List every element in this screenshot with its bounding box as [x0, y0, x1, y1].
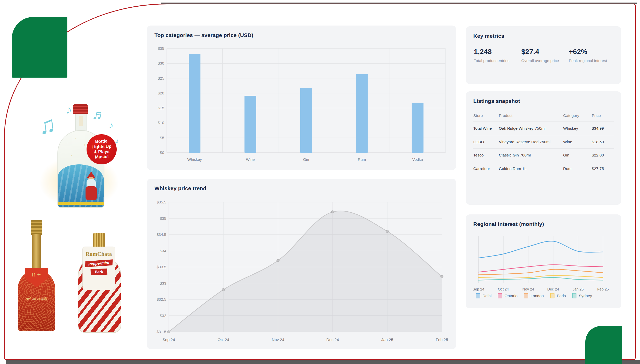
table-cell: $27.75: [591, 162, 614, 175]
x-axis-label: Gin: [303, 157, 309, 162]
bar-whiskey: [189, 54, 200, 153]
scene-band: [58, 202, 104, 205]
metric-label: Overall average price: [521, 58, 560, 64]
data-point: [441, 275, 443, 278]
legend-label: Ontario: [504, 294, 517, 298]
table-header-cell: Product: [498, 111, 563, 122]
table-header-cell: Store: [473, 111, 498, 122]
legend-item: London: [524, 293, 544, 298]
legend-item: Paris: [550, 293, 566, 298]
bottle-cork: [79, 116, 83, 126]
rumchata-flavor: Peppermint: [85, 259, 112, 267]
music-note-icon: ♫: [37, 111, 58, 140]
table-cell: Carrefour: [473, 162, 498, 175]
legend-swatch-icon: [476, 293, 480, 298]
metric-value: +62%: [569, 48, 616, 56]
y-axis-tick: $35: [158, 46, 164, 51]
table-cell: Golden Rum 1L: [498, 162, 563, 175]
x-axis-label: Dec 24: [547, 287, 559, 291]
listings-panel: Listings snapshot StoreProductCategoryPr…: [466, 91, 621, 205]
legend-item: Delhi: [476, 293, 491, 298]
rumchata-flavor2: Bark: [90, 269, 107, 275]
data-point: [277, 259, 279, 262]
key-metrics-panel: Key metrics 1,248Total product entries$2…: [466, 26, 621, 84]
music-note-icon: ♬: [91, 106, 107, 124]
y-axis-tick: $15: [158, 106, 164, 110]
y-axis-tick: $33: [160, 281, 166, 285]
table-cell: Classic Gin 700ml: [498, 149, 563, 162]
data-point: [386, 230, 389, 233]
area-fill: [169, 211, 442, 332]
dashboard-page: ♫ ♪ ♬ ♪ ♪ Bottle: [0, 0, 640, 364]
santa-body: [86, 186, 97, 200]
y-axis-tick: $35: [160, 216, 166, 221]
rumchata-bottle-image: RumChata Peppermint Bark: [78, 233, 120, 332]
x-axis-label: Rum: [358, 157, 366, 162]
frame-shadow-bottom: [6, 360, 640, 364]
legend-swatch-icon: [524, 293, 528, 298]
champagne-script: Holiday Sparkle: [18, 297, 55, 301]
bottle-cap: [73, 104, 88, 114]
bar-wine: [245, 96, 256, 153]
bar-rum: [356, 74, 368, 153]
y-axis-tick: $10: [158, 120, 164, 125]
y-axis-tick: $5: [160, 136, 164, 140]
santa-figure: [85, 172, 97, 200]
champagne-bottle-image: R ✦ Holiday Sparkle: [18, 220, 55, 331]
y-axis-tick: $30: [158, 61, 164, 65]
rumchata-brand: RumChata: [83, 251, 115, 257]
x-axis-label: Sep 24: [162, 337, 175, 342]
badge-line: & Plays: [94, 149, 110, 155]
badge-line: Lights Up: [91, 144, 112, 150]
y-axis-tick: $33.5: [156, 265, 166, 269]
legend-item: Sydney: [572, 293, 592, 298]
x-axis-label: Whiskey: [187, 157, 202, 162]
panel-title: Whiskey price trend: [154, 185, 206, 191]
x-axis-label: Sep 24: [473, 287, 484, 291]
metric-label: Total product entries: [474, 58, 512, 64]
frame-shadow-top: [161, 3, 637, 4]
table-cell: $18.50: [591, 135, 614, 149]
x-axis-label: Oct 24: [498, 287, 509, 291]
rumchata-label: RumChata Peppermint Bark: [82, 247, 115, 290]
x-axis-label: Dec 24: [326, 337, 339, 342]
panel-title: Regional interest (monthly): [473, 221, 544, 227]
legend-swatch-icon: [550, 293, 554, 298]
x-axis-label: Wine: [246, 157, 255, 162]
x-axis-label: Jan 25: [381, 337, 393, 342]
legend-swatch-icon: [498, 293, 502, 298]
y-axis-tick: $0: [160, 150, 164, 155]
data-point: [167, 331, 170, 333]
legend-label: Delhi: [482, 294, 491, 298]
y-axis-tick: $34: [160, 249, 166, 253]
table-cell: Oak Ridge Whiskey 750ml: [498, 122, 563, 135]
table-cell: Whiskey: [563, 122, 591, 135]
legend-label: Sydney: [579, 294, 592, 298]
champagne-foil-cap: [31, 220, 42, 235]
x-axis-label: Nov 24: [272, 337, 284, 342]
y-axis-tick: $35.5: [156, 200, 166, 204]
metric-label: Peak regional interest: [569, 58, 607, 64]
series-line-delhi: [478, 241, 603, 258]
panel-title: Listings snapshot: [473, 98, 520, 104]
badge-line: Bottle: [95, 139, 107, 144]
y-axis-tick: $20: [158, 91, 164, 95]
badge-line: Music!: [95, 154, 109, 160]
bar-chart-panel: Top categories — average price (USD) $0$…: [147, 26, 456, 170]
key-metrics-items: 1,248Total product entries$27.4Overall a…: [474, 48, 616, 64]
bar-gin: [300, 88, 312, 153]
metric-value: 1,248: [474, 48, 521, 56]
musical-bottle-image: ♫ ♪ ♬ ♪ ♪ Bottle: [38, 104, 123, 214]
y-axis-tick: $32.5: [156, 297, 166, 301]
music-note-icon: ♪: [66, 103, 72, 116]
legend-label: London: [530, 294, 544, 298]
x-axis-label: Feb 25: [597, 287, 609, 291]
table-cell: $34.99: [591, 122, 614, 135]
trend-chart-panel: Whiskey price trend $31.5$32$32.5$33$33.…: [147, 179, 456, 349]
decor-green-top-left: [12, 17, 67, 78]
y-axis-tick: $25: [158, 76, 164, 80]
bar-vodka: [412, 103, 424, 153]
champagne-neck: [32, 234, 41, 272]
table-cell: Vineyard Reserve Red 750ml: [498, 135, 563, 149]
table-row: LCBOVineyard Reserve Red 750mlWine$18.50: [473, 135, 614, 149]
